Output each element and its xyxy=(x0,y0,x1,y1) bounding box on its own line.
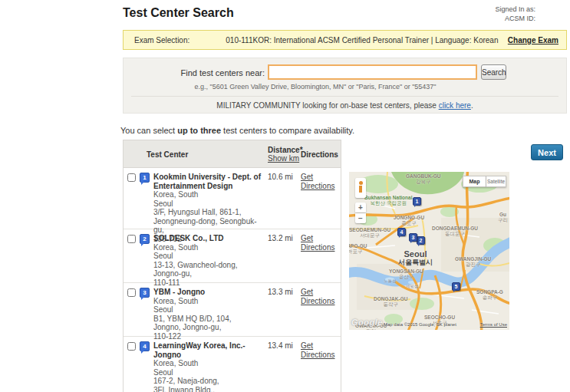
address-line: Jongno, Jongno-gu, xyxy=(153,323,265,332)
directions-word1: Get xyxy=(301,173,313,181)
test-center-search-page: Test Center Search Signed In as: ACSM ID… xyxy=(0,0,570,392)
col-header-directions: Directions xyxy=(301,150,338,159)
address-line: Seoul xyxy=(153,368,265,377)
next-button[interactable]: Next xyxy=(531,144,563,160)
search-panel: Find test centers near: Search e.g., "56… xyxy=(123,58,567,114)
map-attribution: Map data ©2015 Google, SK planet xyxy=(384,322,456,327)
list-pin-2-icon: 2 xyxy=(140,234,150,244)
satellite-view-button[interactable]: Satellite xyxy=(486,176,506,187)
table-row: 2 SOLDESK Co., LTD Korea, South Seoul 13… xyxy=(124,229,341,283)
address-line: Seoul xyxy=(153,199,265,209)
map-label-guri: Gu구리 xyxy=(498,212,508,222)
distance-value: 13.2 mi xyxy=(268,234,293,242)
exam-selection-bar: Exam Selection: 010-111KOR: Internationa… xyxy=(123,30,567,50)
col-header-distance: Distance* xyxy=(268,146,303,154)
zoom-out-button[interactable]: − xyxy=(355,213,366,223)
intro-prefix: You can select xyxy=(120,126,177,135)
distance-value: 13.4 mi xyxy=(268,341,293,350)
select-center-checkbox-4[interactable] xyxy=(127,342,136,351)
directions-word2: Directions xyxy=(301,351,334,359)
select-center-checkbox-1[interactable] xyxy=(127,173,136,182)
map-marker-5[interactable]: 5 xyxy=(452,282,460,291)
map-label-nodeulseom: 노들섬 xyxy=(384,278,397,284)
google-logo: Google xyxy=(351,318,383,327)
intro-bold: up to three xyxy=(177,126,221,135)
list-pin-4-icon: 4 xyxy=(140,341,150,351)
center-info: YBM - Jongno Korea, South Seoul B1, YBM … xyxy=(153,288,265,341)
search-button[interactable]: Search xyxy=(481,64,506,80)
center-name: YBM - Jongno xyxy=(153,288,265,297)
show-km-link[interactable]: Show km xyxy=(268,154,299,163)
directions-word2: Directions xyxy=(301,297,334,305)
get-directions-link-4[interactable]: GetDirections xyxy=(301,341,339,360)
map-label-bukhansan: Bukhansan National북한산 국립공원 xyxy=(364,195,412,206)
map-marker-1[interactable]: 1 xyxy=(413,197,421,206)
center-info: SOLDESK Co., LTD Korea, South Seoul 13-1… xyxy=(153,234,265,287)
directions-word1: Get xyxy=(301,288,313,296)
map-label-gangbuk: GANGBUK-GU강북구 xyxy=(406,173,441,184)
address-line: Korea, South xyxy=(153,243,265,252)
exam-selection-label: Exam Selection: xyxy=(134,36,189,44)
table-row: 1 Kookmin University - Dept. of Entertai… xyxy=(124,168,341,229)
address-line: 13-13, Gwancheol-dong, xyxy=(153,261,265,270)
map-label-sebitseom: 세빛섬 xyxy=(406,284,419,289)
map-label-yongsan: YONGSAN-GU용산구 xyxy=(389,268,423,279)
map-marker-2[interactable]: 2 xyxy=(417,236,425,245)
panel-divider xyxy=(131,96,558,97)
map-marker-3[interactable]: 3 xyxy=(409,233,417,242)
military-text-suffix: . xyxy=(471,101,473,110)
test-center-table: Test Center Distance* Show km Directions… xyxy=(123,140,341,392)
get-directions-link-1[interactable]: GetDirections xyxy=(301,173,339,191)
select-instructions: You can select up to three test centers … xyxy=(120,126,354,135)
zoom-in-button[interactable]: + xyxy=(355,203,366,212)
seoul-map[interactable]: GANGBUK-GU강북구 Bukhansan National북한산 국립공원… xyxy=(349,172,509,330)
address-line: 167-2, Naeja-dong, xyxy=(153,377,265,386)
list-pin-1-icon: 1 xyxy=(140,173,150,183)
address-line: B1, YBM HQ B/D, 104, xyxy=(153,315,265,324)
list-pin-3-icon: 3 xyxy=(140,288,150,298)
select-center-checkbox-3[interactable] xyxy=(127,288,136,297)
table-header-row: Test Center Distance* Show km Directions xyxy=(124,140,341,168)
address-line: Korea, South xyxy=(153,359,265,368)
center-name: SOLDESK Co., LTD xyxy=(153,234,265,243)
map-marker-4[interactable]: 4 xyxy=(397,228,406,236)
map-view-button[interactable]: Map xyxy=(463,176,486,187)
pegman-streetview-icon[interactable] xyxy=(355,178,366,198)
military-click-here-link[interactable]: click here xyxy=(439,101,471,110)
address-line: 3Fl. Inwang Bldg., xyxy=(153,386,265,392)
change-exam-link[interactable]: Change Exam xyxy=(508,36,558,44)
search-hint: e.g., "5601 Green Valley Drive, Blooming… xyxy=(124,83,507,91)
search-input[interactable] xyxy=(268,64,477,80)
table-row: 3 YBM - Jongno Korea, South Seoul B1, YB… xyxy=(124,283,341,337)
get-directions-link-2[interactable]: GetDirections xyxy=(301,234,339,252)
address-line: Seoul xyxy=(153,252,265,261)
intro-suffix: test centers to compare availability. xyxy=(221,126,354,135)
military-community-line: MILITARY COMMUNITY looking for on-base t… xyxy=(124,101,566,110)
distance-value: 10.6 mi xyxy=(268,173,293,181)
terms-of-use-link[interactable]: Terms of Use xyxy=(480,322,507,327)
signed-in-block: Signed In as: ACSM ID: xyxy=(495,5,535,23)
center-name: LearningWay Korea, Inc.- Jongno xyxy=(153,341,265,359)
select-center-checkbox-2[interactable] xyxy=(127,235,136,243)
address-line: Korea, South xyxy=(153,190,265,199)
exam-selection-value: 010-111KOR: International ACSM Certified… xyxy=(226,36,498,44)
address-line: 3/F, Hyungsul Hall, 861-1, xyxy=(153,208,265,217)
directions-word1: Get xyxy=(301,341,313,350)
map-label-songpa: SONGPA-G송파구 xyxy=(476,289,503,300)
directions-word2: Directions xyxy=(301,182,334,190)
center-name: Kookmin University - Dept. of Entertainm… xyxy=(153,173,265,190)
military-text: MILITARY COMMUNITY looking for on-base t… xyxy=(216,101,438,110)
table-row: 4 LearningWay Korea, Inc.- Jongno Korea,… xyxy=(124,337,341,392)
page-title: Test Center Search xyxy=(123,6,234,20)
get-directions-link-3[interactable]: GetDirections xyxy=(301,288,339,306)
map-label-mapo: MAPO-GU마포구 xyxy=(349,243,367,254)
map-label-dongdaemun: DONGDAEMUN-GU동대문구 xyxy=(432,226,478,236)
map-label-dongjak: DONGJAK-GU동작구 xyxy=(374,296,407,307)
directions-word2: Directions xyxy=(301,243,334,252)
map-label-seodaemun: SEODAEMUN-GU서대문구 xyxy=(349,227,390,238)
acsm-id-label: ACSM ID: xyxy=(495,14,535,23)
address-line: Jongno-gu, xyxy=(153,269,265,278)
center-info: LearningWay Korea, Inc.- Jongno Korea, S… xyxy=(153,341,265,392)
distance-value: 13.3 mi xyxy=(268,288,293,296)
map-label-seoul: Seoul서울특별시 xyxy=(398,250,433,267)
